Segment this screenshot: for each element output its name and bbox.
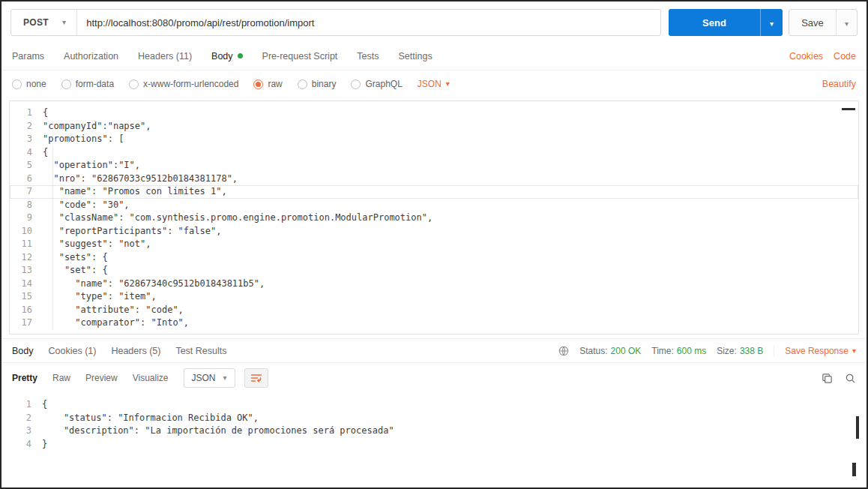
chevron-down-icon: ▾ [845, 20, 849, 28]
radio-icon [298, 80, 307, 89]
code-link[interactable]: Code [834, 51, 856, 62]
code-line[interactable]: 16 "attribute": "code", [10, 304, 858, 317]
view-tab-visualize[interactable]: Visualize [133, 373, 169, 383]
search-icon [845, 373, 856, 384]
copy-button[interactable] [822, 373, 833, 384]
response-toolbar-right [822, 373, 856, 384]
chevron-down-icon: ▾ [852, 347, 856, 355]
tabs-right-links: Cookies Code [789, 51, 856, 62]
method-select[interactable]: POST ▾ [11, 10, 76, 35]
chevron-down-icon: ▾ [62, 19, 66, 26]
method-label: POST [23, 17, 49, 28]
chevron-down-icon: ▾ [446, 80, 450, 88]
response-tab-cookies[interactable]: Cookies (1) [49, 346, 97, 356]
code-line[interactable]: 2 "status": "Informacion Recibida OK", [9, 412, 859, 425]
body-type-raw[interactable]: raw [253, 79, 282, 89]
radio-icon [61, 80, 71, 89]
save-options-button[interactable]: ▾ [836, 10, 857, 35]
tab-body[interactable]: Body [211, 51, 243, 62]
wrap-lines-icon [250, 373, 262, 383]
postman-window: POST ▾ Send ▾ Save ▾ Params Authorizatio… [0, 0, 868, 489]
radio-selected-icon [253, 80, 263, 89]
body-type-binary[interactable]: binary [298, 79, 337, 89]
response-scrollbar-thumb[interactable] [856, 416, 859, 439]
response-body-editor[interactable]: 1{ 2 "status": "Informacion Recibida OK"… [9, 392, 859, 481]
response-language-select[interactable]: JSON ▾ [184, 368, 235, 388]
save-button-group: Save ▾ [789, 9, 858, 36]
code-line[interactable]: 5 "operation":"I", [10, 159, 858, 172]
code-line[interactable]: 1{ [9, 398, 859, 412]
code-line[interactable]: 3"promotions": [ [10, 133, 858, 146]
code-line[interactable]: 15 "type": "item", [10, 290, 858, 304]
url-group: POST ▾ [10, 9, 661, 36]
code-line[interactable]: 1{ [10, 106, 858, 120]
save-button[interactable]: Save [789, 10, 836, 35]
response-tab-headers[interactable]: Headers (5) [111, 346, 160, 356]
copy-icon [822, 373, 833, 384]
radio-icon [129, 80, 139, 89]
body-type-none[interactable]: none [12, 79, 46, 89]
cookies-link[interactable]: Cookies [789, 51, 823, 62]
body-type-x-www-form-urlencoded[interactable]: x-www-form-urlencoded [129, 79, 238, 89]
raw-language-select[interactable]: JSON ▾ [418, 79, 450, 89]
chevron-down-icon: ▾ [223, 374, 227, 382]
code-line[interactable]: 2"companyId":"napse", [10, 120, 858, 134]
unsaved-changes-dot [238, 53, 243, 58]
url-input[interactable] [77, 10, 660, 35]
code-line-active[interactable]: 7 "name": "Promos con limites 1", [10, 185, 858, 199]
radio-icon [351, 80, 361, 89]
response-tab-test-results[interactable]: Test Results [175, 346, 226, 356]
code-line[interactable]: 3 "description": "La importación de prom… [9, 424, 859, 438]
code-line[interactable]: 14 "name": "62867340c9512b01843811b5", [10, 278, 858, 291]
code-line[interactable]: 9 "className": "com.synthesis.promo.engi… [10, 212, 858, 225]
response-toolbar: Pretty Raw Preview Visualize JSON ▾ [1, 363, 867, 392]
request-tabs-row: Params Authorization Headers (11) Body P… [1, 42, 867, 70]
code-line[interactable]: 17 "comparator": "Into", [10, 316, 858, 330]
network-globe-icon [558, 346, 569, 356]
body-type-row: none form-data x-www-form-urlencoded raw… [1, 70, 867, 98]
code-line[interactable]: 13 "set": { [10, 264, 858, 278]
wrap-lines-button[interactable] [244, 368, 268, 388]
response-meta: Status:200 OK Time:600 ms Size:338 B Sav… [558, 346, 856, 356]
time-badge: Time:600 ms [651, 346, 706, 356]
save-response-button[interactable]: Save Response ▾ [774, 346, 856, 356]
code-line[interactable]: 8 "code": "30", [10, 199, 858, 212]
code-line[interactable]: 6 "nro": "62867033c9512b0184381178", [10, 172, 858, 186]
request-body-editor[interactable]: 1{ 2"companyId":"napse", 3"promotions": … [9, 100, 859, 334]
body-type-graphql[interactable]: GraphQL [351, 79, 402, 89]
view-tab-raw[interactable]: Raw [52, 373, 70, 383]
tab-settings[interactable]: Settings [399, 51, 433, 62]
code-line[interactable]: 10 "reportParticipants": "false", [10, 225, 858, 238]
tab-authorization[interactable]: Authorization [64, 51, 118, 62]
view-tab-preview[interactable]: Preview [85, 373, 118, 383]
code-line[interactable]: 4} [9, 438, 859, 452]
response-tab-body[interactable]: Body [12, 346, 34, 356]
tab-params[interactable]: Params [12, 51, 44, 62]
send-button-group: Send ▾ [669, 9, 783, 36]
response-header: Body Cookies (1) Headers (5) Test Result… [1, 338, 867, 363]
tab-tests[interactable]: Tests [357, 51, 379, 62]
send-button[interactable]: Send [669, 9, 760, 36]
chevron-down-icon: ▾ [770, 20, 774, 28]
tab-headers[interactable]: Headers (11) [138, 51, 192, 62]
radio-icon [12, 80, 22, 89]
search-button[interactable] [845, 373, 856, 384]
code-line[interactable]: 4{ [10, 146, 858, 160]
status-badge: Status:200 OK [579, 346, 641, 356]
request-bar: POST ▾ Send ▾ Save ▾ [1, 2, 867, 42]
response-scrollbar-thumb-bottom[interactable] [852, 463, 856, 476]
send-options-button[interactable]: ▾ [760, 9, 783, 36]
body-type-form-data[interactable]: form-data [61, 79, 114, 89]
code-line[interactable]: 11 "suggest": "not", [10, 238, 858, 251]
beautify-link[interactable]: Beautify [822, 79, 856, 89]
editor-scrollbar-thumb[interactable] [842, 108, 855, 110]
size-badge: Size:338 B [717, 346, 763, 356]
tab-pre-request-script[interactable]: Pre-request Script [262, 51, 338, 62]
code-line[interactable]: 12 "sets": { [10, 251, 858, 265]
view-tab-pretty[interactable]: Pretty [12, 373, 37, 383]
